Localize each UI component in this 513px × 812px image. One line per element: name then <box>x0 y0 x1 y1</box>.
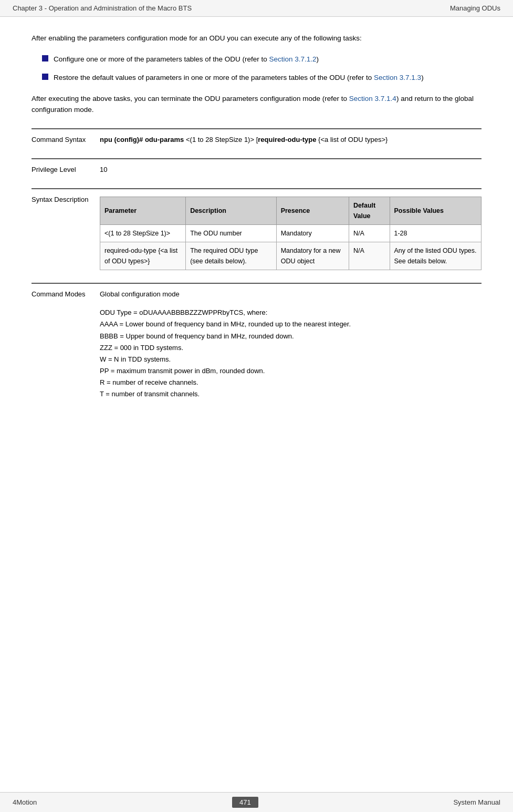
bullet-icon <box>42 74 48 80</box>
odu-type-line: BBBB = Upper bound of frequency band in … <box>100 331 481 342</box>
cmd-normal-2: {<a list of ODU types>} <box>317 136 388 143</box>
chapter-title: Chapter 3 - Operation and Administration… <box>13 4 192 12</box>
privilege-level-value: 10 <box>100 165 481 176</box>
syntax-description-section: Syntax Description Parameter Description… <box>32 188 481 270</box>
table-header-row: Parameter Description Presence Default V… <box>100 197 481 224</box>
section-link-2[interactable]: Section 3.7.1.3 <box>374 74 421 81</box>
table-cell-description: The required ODU type (see details below… <box>186 242 277 270</box>
param-table: Parameter Description Presence Default V… <box>100 197 481 270</box>
table-row: required-odu-type {<a list of ODU types>… <box>100 242 481 270</box>
bullet-text-1: Configure one or more of the parameters … <box>54 54 319 65</box>
col-parameter: Parameter <box>100 197 186 224</box>
odu-type-line: R = number of receive channels. <box>100 377 481 388</box>
table-cell-default_value: N/A <box>349 224 390 242</box>
table-cell-description: The ODU number <box>186 224 277 242</box>
footer-center: 471 <box>232 797 258 808</box>
odu-type-line: T = number of transmit channels. <box>100 388 481 400</box>
list-item: Configure one or more of the parameters … <box>42 54 481 65</box>
col-description: Description <box>186 197 277 224</box>
cmd-bold-1: npu (config)# odu-params <box>100 136 184 143</box>
odu-type-block: ODU Type = oDUAAAABBBBZZZWPPRbyTCS, wher… <box>100 307 481 400</box>
privilege-level-section: Privilege Level 10 <box>32 158 481 176</box>
list-item: Restore the default values of parameters… <box>42 72 481 84</box>
footer-right: System Manual <box>453 798 500 806</box>
command-syntax-content: npu (config)# odu-params <(1 to 28 StepS… <box>100 135 481 146</box>
col-possible-values: Possible Values <box>390 197 481 224</box>
odu-type-line: PP = maximum transmit power in dBm, roun… <box>100 365 481 377</box>
table-row: <(1 to 28 StepSize 1)>The ODU numberMand… <box>100 224 481 242</box>
bullet-icon <box>42 55 48 61</box>
cmd-bold-2: required-odu-type <box>258 136 316 143</box>
command-modes-content: Global configuration mode ODU Type = oDU… <box>100 289 481 400</box>
table-cell-possible_values: 1-28 <box>390 224 481 242</box>
table-cell-default_value: N/A <box>349 242 390 270</box>
page-content: After enabling the parameters configurat… <box>0 17 513 416</box>
table-cell-parameter: <(1 to 28 StepSize 1)> <box>100 224 186 242</box>
bullet-list: Configure one or more of the parameters … <box>42 54 481 84</box>
col-default-value: Default Value <box>349 197 390 224</box>
section-title: Managing ODUs <box>450 4 500 12</box>
command-syntax-section: Command Syntax npu (config)# odu-params … <box>32 128 481 146</box>
section-link-1[interactable]: Section 3.7.1.2 <box>269 55 316 63</box>
table-cell-parameter: required-odu-type {<a list of ODU types>… <box>100 242 186 270</box>
odu-type-line: ZZZ = 000 in TDD systems. <box>100 342 481 354</box>
page-footer: 4Motion 471 System Manual <box>0 792 513 812</box>
table-cell-presence: Mandatory <box>276 224 349 242</box>
command-modes-label: Command Modes <box>32 289 100 400</box>
col-presence: Presence <box>276 197 349 224</box>
privilege-level-label: Privilege Level <box>32 165 100 176</box>
footer-left: 4Motion <box>13 798 37 806</box>
cmd-normal-1: <(1 to 28 StepSize 1)> [ <box>184 136 258 143</box>
command-modes-section: Command Modes Global configuration mode … <box>32 283 481 400</box>
command-modes-value: Global configuration mode <box>100 289 481 300</box>
intro-para2: After executing the above tasks, you can… <box>32 93 481 116</box>
intro-para1: After enabling the parameters configurat… <box>32 33 481 44</box>
page-header: Chapter 3 - Operation and Administration… <box>0 0 513 17</box>
table-cell-presence: Mandatory for a new ODU object <box>276 242 349 270</box>
command-syntax-label: Command Syntax <box>32 135 100 146</box>
syntax-description-content: Parameter Description Presence Default V… <box>100 194 481 270</box>
syntax-description-label: Syntax Description <box>32 194 100 270</box>
odu-type-line: ODU Type = oDUAAAABBBBZZZWPPRbyTCS, wher… <box>100 307 481 318</box>
bullet-text-2: Restore the default values of parameters… <box>54 72 424 84</box>
odu-type-line: W = N in TDD systems. <box>100 354 481 365</box>
odu-type-line: AAAA = Lower bound of frequency band in … <box>100 318 481 330</box>
section-link-3[interactable]: Section 3.7.1.4 <box>349 95 396 102</box>
table-cell-possible_values: Any of the listed ODU types. See details… <box>390 242 481 270</box>
